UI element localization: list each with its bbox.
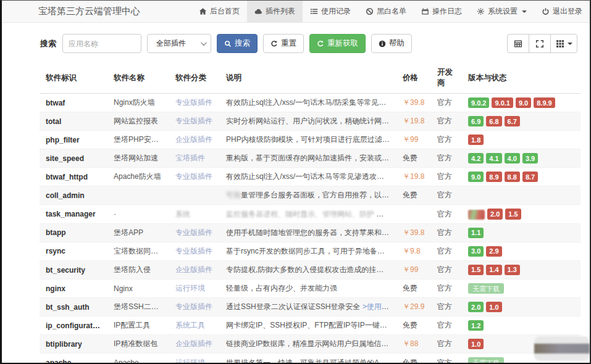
category-link[interactable]: 专业版插件 [175, 302, 212, 311]
search-button[interactable]: 搜索 [217, 34, 258, 53]
nav-item-home[interactable]: 后台首页 [191, 1, 247, 22]
description-link[interactable]: >使用教程 [363, 302, 396, 311]
version-badge[interactable]: 1.0 [468, 339, 484, 349]
description-text: PHP内核级防御模块，可针对项目进行底层过滤，彻底杜... [226, 135, 396, 144]
category-link[interactable]: 运行环境 [175, 358, 205, 364]
column-header: 版本与状态 [462, 62, 581, 94]
table-row: coll_admin可批量管理多台服务器面板，官方自用推荐，以及其...免费官方 [40, 186, 581, 205]
version-badge[interactable]: 9.0 [516, 97, 531, 108]
nav-item-usage[interactable]: 使用记录 [303, 1, 358, 22]
version-badge[interactable]: 1.5 [468, 265, 484, 275]
table-grid-icon [514, 39, 522, 48]
columns-grid-icon [556, 39, 564, 48]
info-circle-icon [379, 40, 386, 48]
version-badge[interactable]: 8.8 [505, 172, 520, 182]
plugin-description: 可批量管理多台服务器面板，官方自用推荐，以及其... [220, 186, 396, 205]
plugin-price: ￥19.8 [396, 112, 431, 131]
version-badge[interactable]: 1.5 [505, 209, 521, 219]
category-link[interactable]: 专业版插件 [175, 247, 212, 255]
search-input[interactable] [62, 34, 141, 53]
version-badge[interactable]: 1.0 [486, 302, 501, 312]
description-text: 有效防止sql注入/xss/一句话木马等常见渗透攻击,当前仅... [226, 172, 396, 181]
nav-item-logs[interactable]: 操作日志 [414, 1, 469, 22]
plugin-id: btwaf [40, 94, 107, 112]
refetch-button[interactable]: 重新获取 [309, 34, 366, 53]
table-row: btapp堡塔APP专业版插件使用手机随时随地管理您的服务器，支持苹果和安卓 >… [40, 223, 581, 242]
nav-item-settings[interactable]: 系统设置 [469, 1, 534, 22]
reset-button[interactable]: 重置 [263, 34, 304, 53]
plugin-category: 企业版插件 [169, 260, 220, 279]
description-text: 实时分析网站运行、用户访问状况，精确统计网站流量、I... [226, 117, 396, 125]
version-badge[interactable]: 2.0 [468, 302, 484, 312]
plugin-id: apache [40, 354, 107, 364]
caret-down-icon [522, 10, 527, 13]
table-row: total网站监控报表专业版插件实时分析网站运行、用户访问状况，精确统计网站流量… [40, 112, 581, 131]
plugin-description: 轻量级，占有内存少、并发能力强 [220, 279, 396, 298]
version-badge[interactable]: 4.0 [505, 153, 520, 163]
plugin-developer: 官方 [431, 168, 462, 186]
columns-button[interactable] [550, 34, 577, 53]
column-header: 软件标识 [40, 62, 107, 94]
version-badge[interactable]: 1.2 [468, 320, 484, 331]
help-button[interactable]: 帮助 [371, 34, 412, 53]
category-link[interactable]: 宝塔插件 [175, 154, 205, 162]
column-header: 说明 [220, 62, 396, 94]
version-badge[interactable]: 9.0 [468, 172, 484, 182]
version-badge[interactable]: 6.9 [468, 116, 484, 126]
version-badge[interactable]: 无需下载 [468, 357, 504, 364]
plugin-category: 专业版插件 [169, 94, 220, 112]
version-badge[interactable]: 1.8 [468, 134, 484, 145]
version-badge[interactable]: 4.2 [468, 153, 484, 163]
nav-item-plugins[interactable]: 插件列表 [247, 1, 303, 22]
nav-item-logout[interactable]: 退出登录 [534, 1, 590, 22]
plugin-price: 免费 [396, 279, 431, 298]
version-badge[interactable]: 2.9 [486, 246, 501, 257]
plugin-versions [462, 186, 581, 205]
fullscreen-button[interactable] [529, 34, 551, 53]
chevron-down-icon [201, 39, 207, 46]
redacted-watermark [534, 336, 590, 361]
ban-icon [366, 7, 374, 15]
version-badge[interactable]: 8.9.9 [534, 97, 555, 108]
column-header: 软件名称 [107, 62, 169, 94]
version-badge[interactable]: 9.0.2 [468, 97, 489, 108]
category-link[interactable]: 专业版插件 [175, 98, 212, 107]
toggle-view-button[interactable] [507, 34, 529, 53]
plugin-price: 免费 [396, 186, 431, 205]
category-link[interactable]: 专业版插件 [175, 117, 212, 125]
version-badge[interactable]: 9.0.1 [492, 97, 513, 108]
version-badge[interactable]: 6.7 [505, 116, 520, 126]
plugin-description: 通过SSH登录二次认证保证SSH登录安全 >使用教程 [220, 298, 396, 316]
version-badge[interactable]: 8.9 [486, 172, 501, 182]
category-link[interactable]: 专业版插件 [175, 228, 212, 237]
nav-item-lists[interactable]: 黑白名单 [358, 1, 414, 22]
price-value: 免费 [403, 321, 417, 329]
version-badge[interactable]: 4.1 [486, 153, 501, 163]
version-badge[interactable]: 1.3 [505, 265, 520, 275]
version-badge[interactable]: 2.0 [487, 209, 503, 219]
category-link[interactable]: 系统工具 [175, 321, 205, 329]
category-link[interactable]: 专业版插件 [175, 172, 212, 181]
category-link[interactable]: 系统 [175, 210, 190, 218]
version-badge[interactable]: 8.7 [522, 172, 538, 182]
category-link[interactable]: 企业版插件 [175, 135, 212, 144]
search-toolbar: 搜索 全部插件 搜索 重置 重新获取 帮助 [40, 34, 577, 53]
version-badge[interactable]: 6.8 [486, 116, 501, 126]
version-badge[interactable]: 3.0 [468, 246, 484, 257]
category-link[interactable]: 运行环境 [175, 284, 205, 292]
plugin-developer: 官方 [431, 131, 462, 149]
column-header: 软件分类 [169, 62, 220, 94]
version-badge[interactable]: 1.1 [468, 228, 484, 238]
plugin-category: 运行环境 [169, 279, 220, 298]
plugin-filter-select[interactable]: 全部插件 [147, 34, 211, 53]
version-badge[interactable]: 无需下载 [468, 283, 504, 294]
price-value: 免费 [403, 154, 417, 162]
category-link[interactable]: 企业版插件 [175, 339, 212, 348]
redacted-version-badge[interactable] [468, 210, 485, 220]
version-badge[interactable]: 3.9 [522, 153, 538, 163]
plugin-name: IP精准数据包 [107, 335, 169, 354]
plugin-description: 重构版，基于页面缓存的网站加速插件，安装或升级到此... [220, 149, 396, 168]
category-link[interactable]: 企业版插件 [175, 265, 212, 274]
nav-item-label: 插件列表 [266, 6, 295, 17]
version-badge[interactable]: 1.4 [486, 265, 501, 275]
